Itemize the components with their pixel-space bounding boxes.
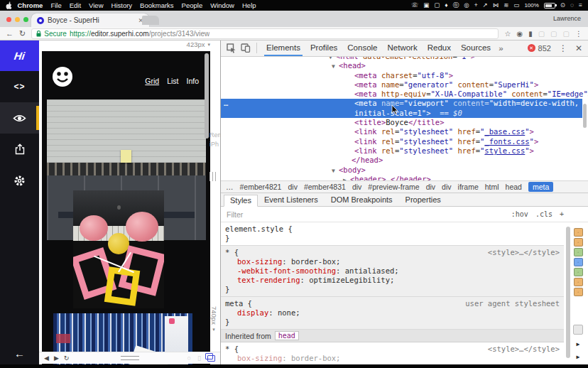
style-marker-swatch[interactable]: - [574,268,583,276]
css-property[interactable]: -webkit-font-smoothing: antialiased; [225,266,560,276]
tree-expand-arrow[interactable]: ▶ [343,175,350,180]
browser-tab[interactable]: Boyce - SuperHi ✕ [31,13,149,27]
style-marker-swatch[interactable]: - [574,228,583,237]
extension-icon-muted-3[interactable]: ▢ [563,30,570,38]
menu-edit[interactable]: Edit [70,1,81,9]
sidebar-back-button[interactable]: ← [0,347,39,359]
breadcrumb-item[interactable]: … [226,183,234,191]
code-line[interactable]: ▼<head> [221,61,588,70]
sidebar-item-preview[interactable] [0,102,39,134]
preview-width-control[interactable]: 423px ▾ [187,40,210,48]
devtools-tab-elements[interactable]: Elements [261,40,305,56]
toggle-class-button[interactable]: .cls [535,210,552,218]
menu-view[interactable]: View [89,1,103,9]
preview-nav-grid[interactable]: Grid [145,77,159,85]
code-line[interactable]: …<meta name="viewport" content="width=de… [221,99,582,108]
sidebar-tab-styles[interactable]: Styles [224,195,258,207]
preview-back-icon[interactable]: ◀ [44,355,49,362]
preview-viewport[interactable]: GridListInfo [42,51,210,368]
css-property[interactable]: text-rendering: optimizeLegibility; [225,276,560,285]
rule-selector[interactable]: element.style { [225,224,293,234]
preview-forward-icon[interactable]: ▶ [54,355,59,362]
code-line[interactable]: <title>Boyce</title> [221,118,588,127]
apple-icon[interactable] [6,1,12,9]
tree-expand-arrow[interactable]: ▼ [332,62,339,71]
devtools-tab-sources[interactable]: Sources [456,40,496,56]
code-line[interactable]: <meta charset="utf-8"> [221,71,588,80]
preview-nav-list[interactable]: List [167,77,178,85]
extension-icon-1[interactable]: ◉ [516,30,523,38]
menu-window[interactable]: Window [210,1,234,9]
devtools-tab-network[interactable]: Network [383,40,423,56]
sidebar-tab-event-listeners[interactable]: Event Listeners [258,194,325,206]
zoom-window-button[interactable] [23,17,28,22]
rule-source-link[interactable]: user agent stylesheet [465,299,560,308]
inspect-element-icon[interactable] [227,43,236,53]
breadcrumb-item[interactable]: html [485,183,499,191]
code-line[interactable]: <meta name="generator" content="SuperHi"… [221,80,588,90]
style-marker-swatch[interactable]: - [574,238,583,247]
rule-selector[interactable]: * { [225,345,239,354]
elements-scrollbar-thumb[interactable] [583,104,587,128]
close-window-button[interactable] [6,17,11,22]
rule-selector[interactable]: * { [225,248,239,257]
devtools-tab-redux[interactable]: Redux [423,40,456,56]
sidebar-tab-properties[interactable]: Properties [399,194,447,206]
back-icon[interactable]: ← [6,29,13,38]
breadcrumb-item[interactable]: #ember4821 [240,183,282,191]
menu-people[interactable]: People [182,1,203,9]
breadcrumb-item[interactable]: head [506,183,522,191]
preview-image-desk[interactable] [73,190,164,308]
extension-icon-muted-2[interactable]: ▢ [550,30,557,38]
inherited-node-link[interactable]: head [275,331,299,340]
code-line[interactable]: <link rel="stylesheet" href="_fonts.css"… [221,137,588,146]
reload-icon[interactable]: ↻ [19,29,26,38]
breadcrumb-item[interactable]: div [426,183,435,191]
style-marker-swatch[interactable]: - [574,288,583,296]
superhi-logo[interactable]: Hi [0,40,39,71]
code-line[interactable]: </head> [221,156,588,165]
sidebar-item-code[interactable]: <> [0,71,39,102]
menu-file[interactable]: File [50,1,61,9]
code-line[interactable]: <meta http-equiv="X-UA-Compatible" conte… [221,90,588,99]
menu-help[interactable]: Help [242,1,256,9]
css-property[interactable]: box-sizing: border-box; [225,257,560,266]
overflow-menu-icon[interactable]: ⋮ [575,30,582,38]
style-marker-swatch[interactable]: - [574,278,583,286]
tree-expand-arrow[interactable]: ▼ [332,166,339,175]
new-style-rule-button[interactable]: + [560,210,564,218]
new-tab-button[interactable] [142,16,159,25]
row-options-marker[interactable]: … [224,99,229,108]
devtools-tab-console[interactable]: Console [342,40,382,56]
breadcrumb-item[interactable]: div [288,183,297,191]
rule-selector[interactable]: meta { [225,299,252,308]
preview-resize-handle[interactable] [209,172,217,181]
smiley-logo[interactable] [51,65,74,91]
toggle-hover-state-button[interactable]: :hov [511,210,528,218]
menu-bookmarks[interactable]: Bookmarks [140,1,174,9]
minimize-window-button[interactable] [15,17,20,22]
preview-reload-icon[interactable]: ↻ [64,355,70,362]
preview-pause-icon[interactable]: ▯ [197,355,201,362]
style-marker-swatch[interactable]: - [574,248,583,256]
console-error-badge[interactable]: ✕ 852 [528,44,551,53]
code-line[interactable]: ▶<header>…</header> [221,175,588,180]
strip-box-icon[interactable] [573,325,583,335]
preview-record-icon[interactable]: ○ [187,355,191,362]
address-bar[interactable]: Secure https://editor.superhi.com/projec… [31,28,499,39]
css-property[interactable]: display: none; [225,308,560,318]
breadcrumb-item[interactable]: div [442,183,451,191]
preview-height-control[interactable]: 740px ▾ [210,306,218,332]
device-toolbar-icon[interactable] [241,43,251,53]
sidebar-item-share[interactable] [0,134,39,165]
more-panels-icon[interactable]: » [496,44,506,53]
filter-input[interactable]: Filter [227,210,243,219]
open-in-window-icon[interactable] [207,355,215,362]
preview-scrollbar-thumb[interactable] [205,53,209,139]
breadcrumb-item[interactable]: meta [528,182,553,192]
styles-scrollbar-thumb[interactable] [566,227,570,358]
code-line[interactable]: <link rel="stylesheet" href="_base.css"> [221,127,588,136]
breadcrumb-item[interactable]: iframe [458,183,479,191]
bookmark-star-icon[interactable]: ☆ [504,30,511,38]
code-line[interactable]: <link rel="stylesheet" href="style.css"> [221,146,588,156]
